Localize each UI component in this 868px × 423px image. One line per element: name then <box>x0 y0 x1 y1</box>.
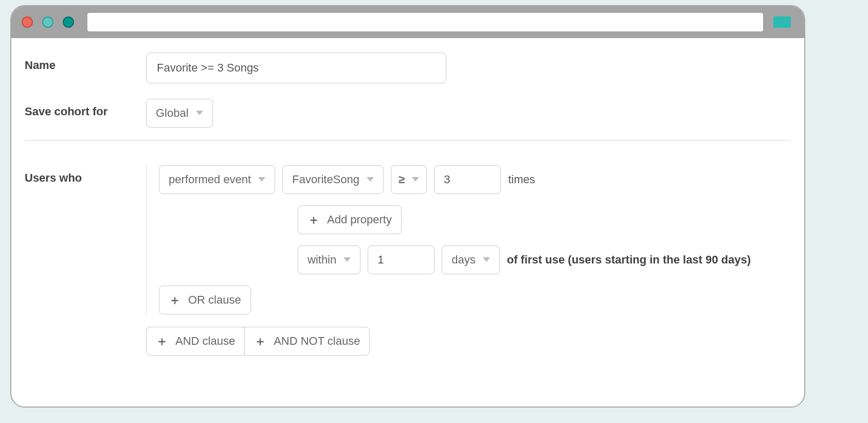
or-clause-button[interactable]: ＋ OR clause <box>159 286 251 314</box>
svg-marker-0 <box>196 111 203 115</box>
and-not-clause-label: AND NOT clause <box>274 334 360 348</box>
plus-icon: ＋ <box>254 333 266 349</box>
event-select[interactable]: FavoriteSong <box>282 165 384 194</box>
chevron-down-icon <box>258 177 265 182</box>
or-clause-line: ＋ OR clause <box>159 286 791 314</box>
titlebar <box>11 6 804 38</box>
unit-value: days <box>451 253 475 267</box>
chevron-down-icon <box>343 257 351 262</box>
name-label: Name <box>25 52 146 72</box>
chevron-down-icon <box>412 177 419 182</box>
svg-marker-1 <box>258 177 265 182</box>
url-bar[interactable] <box>87 13 763 31</box>
add-property-line: ＋ Add property <box>298 205 791 234</box>
plus-icon: ＋ <box>308 212 320 228</box>
name-input[interactable] <box>146 52 446 83</box>
operator-select[interactable]: ≥ <box>391 165 427 194</box>
within-value: within <box>308 253 336 267</box>
app-window: Name Save cohort for Global Users who <box>10 5 805 408</box>
window-minimize-button[interactable] <box>42 16 53 28</box>
svg-marker-3 <box>412 177 419 182</box>
add-property-label: Add property <box>327 213 392 226</box>
clause-block: performed event FavoriteSong <box>146 165 791 314</box>
event-value: FavoriteSong <box>292 173 359 186</box>
users-who-row: Users who performed event FavoriteSong <box>25 165 791 356</box>
add-property-button[interactable]: ＋ Add property <box>298 205 402 234</box>
plus-icon: ＋ <box>169 292 181 308</box>
condition-line: performed event FavoriteSong <box>159 165 791 194</box>
tab-stub[interactable] <box>773 16 791 28</box>
save-for-value: Global <box>156 107 189 120</box>
plus-icon: ＋ <box>156 333 168 349</box>
window-close-button[interactable] <box>22 16 33 28</box>
unit-select[interactable]: days <box>442 245 499 274</box>
svg-marker-5 <box>483 257 490 262</box>
and-clause-label: AND clause <box>175 334 235 348</box>
operator-value: ≥ <box>399 173 405 186</box>
chevron-down-icon <box>196 111 203 116</box>
save-for-select[interactable]: Global <box>146 99 213 128</box>
within-line: within days of first use (us <box>298 245 791 274</box>
svg-marker-2 <box>367 177 374 182</box>
count-input[interactable] <box>434 165 501 194</box>
save-for-label: Save cohort for <box>25 99 146 118</box>
window-zoom-button[interactable] <box>63 16 74 28</box>
action-select[interactable]: performed event <box>159 165 275 194</box>
divider <box>25 140 791 140</box>
action-value: performed event <box>169 173 251 186</box>
within-select[interactable]: within <box>298 245 360 274</box>
save-for-row: Save cohort for Global <box>25 99 791 128</box>
first-use-text: of first use (users starting in the last… <box>507 253 751 267</box>
chevron-down-icon <box>483 257 490 262</box>
and-not-clause-button[interactable]: ＋ AND NOT clause <box>244 327 370 356</box>
and-clause-button[interactable]: ＋ AND clause <box>146 327 244 356</box>
chevron-down-icon <box>367 177 374 182</box>
content-area: Name Save cohort for Global Users who <box>11 38 804 371</box>
within-n-input[interactable] <box>368 245 435 274</box>
or-clause-label: OR clause <box>188 293 241 307</box>
times-label: times <box>508 173 535 186</box>
and-buttons-row: ＋ AND clause ＋ AND NOT clause <box>146 327 791 356</box>
name-row: Name <box>25 52 791 83</box>
users-who-label: Users who <box>25 165 146 185</box>
svg-marker-4 <box>343 257 351 262</box>
